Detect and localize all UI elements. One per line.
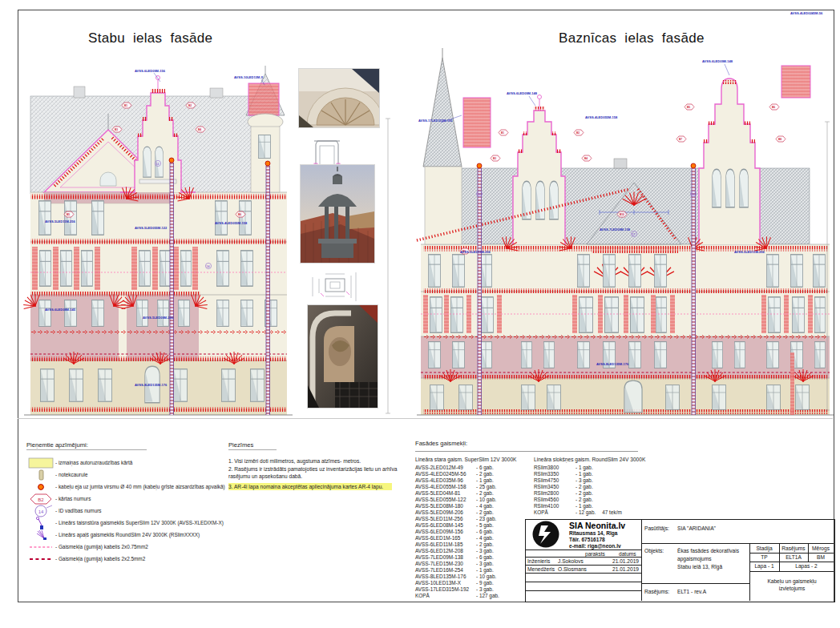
- object-line3: Stabu ielā 13, Rīgā: [677, 564, 722, 570]
- fixture-qty: - 6 gab.: [476, 554, 494, 561]
- svg-text:AVSS-10LED13M-X: AVSS-10LED13M-X: [234, 75, 263, 79]
- fixture-qty: - 1 gab.: [476, 567, 494, 574]
- change-area-icon: [26, 457, 55, 469]
- fixture-row: AVSS-7LED09M-138 - 6 gab.: [415, 554, 534, 561]
- fixture-code: RSlim4750: [534, 477, 575, 484]
- svg-text:AVSS-6LED09M-148: AVSS-6LED09M-148: [507, 91, 538, 95]
- sign-name: O.Slosmans: [558, 566, 587, 572]
- company-name: SIA Neonita.lv: [569, 521, 625, 530]
- fixture-qty: - 1 gab.: [575, 471, 593, 477]
- downpipe-icon: [26, 469, 55, 481]
- fixture-code: AVSS-7LED09M-138: [415, 554, 476, 561]
- svg-text:B2: B2: [38, 497, 44, 501]
- fixture-qty: - 2 gab.: [476, 509, 494, 516]
- svg-text:AVSS-8LED135M-176: AVSS-8LED135M-176: [596, 362, 629, 366]
- svg-text:B4: B4: [198, 128, 201, 131]
- legend: Pieņemtie apzīmējumi: - izmaiņas autoruz…: [26, 441, 227, 565]
- total-extra: 47 tek/m: [602, 509, 622, 516]
- sheet-content-line2: izvietojums: [752, 586, 832, 591]
- note-line: 1. Visi izmēri doti milimetros, augstuma…: [228, 457, 398, 465]
- corner-fixture-block: [781, 66, 810, 98]
- drawing-value: ELT1 - rev.A: [677, 589, 706, 594]
- fixture-qty: - 2 gab.: [476, 541, 494, 548]
- cable-chase-2: [265, 161, 270, 415]
- cable-chase-1: [477, 163, 482, 415]
- fixture-row: RSlim3800 - 1 gab.: [534, 465, 638, 471]
- fixture-qty: - 2 gab.: [575, 490, 593, 497]
- cable-chase-1: [169, 158, 174, 415]
- fixture-qty: - 3 gab.: [476, 586, 494, 593]
- fixture-qty: - 4 gab.: [476, 535, 494, 541]
- round-luminaire-icon: [26, 529, 55, 541]
- fixture-code: AVSS-10LED13M-X: [415, 580, 476, 586]
- sign-date: 21.01.2019: [612, 558, 639, 564]
- note-line: 2. Rasējums ir izstrādāts pamatojoties u…: [228, 465, 398, 481]
- fixture-row: AVSS-4LED035M-96 - 1 gab.: [415, 477, 534, 484]
- legend-item: - kabeļu eja uz jumta virsmu Ø 40 mm (ka…: [26, 481, 227, 493]
- svg-text:B5: B5: [67, 213, 70, 216]
- fixture-row: RSlim4560 - 2 gab.: [534, 497, 638, 503]
- cable-25-icon: [26, 556, 55, 562]
- fixture-row: AVSS-6LED1M-165 - 4 gab.: [415, 535, 534, 541]
- fixture-qty: - 1 gab.: [476, 477, 494, 484]
- svg-text:AVSS-6LED08M-145: AVSS-6LED08M-145: [45, 308, 76, 312]
- fixture-row: RSlim3350 - 1 gab.: [534, 471, 638, 477]
- windows-3rd: [32, 247, 253, 290]
- turret: [246, 66, 285, 192]
- fixture-code: AVSS-4LED035M-96: [415, 477, 476, 484]
- fixture-code: RSlim4100: [534, 503, 575, 509]
- photo-relief-niche: [307, 304, 378, 409]
- fixture-qty: - 3 gab.: [575, 477, 593, 484]
- fixture-code: AVSS-17LED315M-192: [415, 586, 476, 593]
- company-address: Rītausmas 14, Rīga: [569, 530, 617, 536]
- note-line-highlighted: 3. AR-4i lapa nomaina akceptētas aplieci…: [228, 483, 392, 491]
- fixture-code: AVSS-5LED11M-256: [415, 516, 476, 522]
- drawing-label: Rasējums:: [644, 589, 669, 594]
- svg-text:14: 14: [207, 265, 210, 268]
- fixture-row: RSlim4750 - 3 gab.: [534, 477, 638, 484]
- svg-text:B1: B1: [501, 131, 504, 135]
- fixture-col1-subtitle: Lineāra stara gaism. SuperSlim 12V 3000K: [415, 457, 534, 462]
- fixture-row: AVSS-7LED15M-230 - 3 gab.: [415, 561, 534, 567]
- fixture-row: AVSS-6LED12M-208 - 3 gab.: [415, 548, 534, 554]
- sketch-portal-detail: [311, 133, 343, 167]
- svg-text:AVSS-5LED11M-256: AVSS-5LED11M-256: [460, 250, 491, 254]
- sheet-content-line1: Kabeļu un gaismekļu: [752, 578, 832, 584]
- fixture-code: RSlim3350: [534, 471, 575, 477]
- fixture-row: AVSS-5LED09M-206 - 2 gab.: [415, 509, 534, 516]
- fixture-code: AVSS-6LED11M-185: [415, 541, 476, 548]
- fixture-qty: - 2 gab.: [476, 490, 494, 497]
- legend-item: - Gaismekļa (gumija) kabelis 2x2.5mm2: [26, 553, 227, 565]
- svg-text:B3: B3: [115, 128, 118, 131]
- photo-arch-detail: [298, 68, 380, 128]
- fixture-qty: - 10 gab.: [476, 497, 496, 503]
- fixture-row: RSlim4100 - 1 gab.: [534, 503, 638, 509]
- fixture-row: AVSS-10LED13M-X - 9 gab.: [415, 580, 534, 586]
- fixture-row: AVSS-4LED0245M-56 - 2 gab.: [415, 471, 534, 477]
- svg-text:AVSS-17LED315M-192: AVSS-17LED315M-192: [418, 119, 453, 123]
- legend-item: - Gaismekļa (gumija) kabelis 2x0.75mm2: [26, 541, 227, 553]
- total-label: KOPĀ: [534, 509, 575, 516]
- svg-text:B10: B10: [620, 213, 624, 216]
- fixture-code: AVSS-2LED012M-49: [415, 465, 476, 471]
- fixture-qty: - 5 gab.: [476, 522, 494, 529]
- svg-text:AVSS-4LED055M-158: AVSS-4LED055M-158: [215, 221, 248, 225]
- fixture-qty: - 10 gab.: [476, 574, 496, 580]
- fixture-code: AVSS-6LED08M-145: [415, 522, 476, 529]
- object-label: Objekts:: [644, 548, 664, 554]
- windows-2nd: [38, 300, 277, 327]
- svg-text:14: 14: [38, 509, 44, 513]
- fixture-code: RSlim2800: [534, 490, 575, 497]
- merogs-value: BM: [808, 554, 834, 560]
- legend-item: B2 - kārtas numurs: [26, 493, 227, 505]
- facade-drawings: B1 B2 B3 B4 B5 B6 12 14 AVSS-6LED09M-156…: [0, 0, 840, 433]
- fixture-row: AVSS-17LED315M-192 - 3 gab.: [415, 586, 534, 593]
- right-facade: B1 B2 B3 B4 B5 B6 B7 B8 B9 B10 15 16 17 …: [417, 48, 834, 415]
- fixture-col2-subtitle: Lineāra slokšņes gaism. RoundSlim 24V 30…: [534, 457, 638, 462]
- svg-text:B3: B3: [493, 157, 496, 160]
- sign-role: Menedžeris: [527, 566, 555, 572]
- fixture-code: RSlim4560: [534, 497, 575, 503]
- fixture-code: AVSS-7LED16M-254: [415, 567, 476, 574]
- svg-text:B6: B6: [772, 106, 775, 109]
- svg-text:AVSS-5LED11M-256: AVSS-5LED11M-256: [734, 250, 765, 254]
